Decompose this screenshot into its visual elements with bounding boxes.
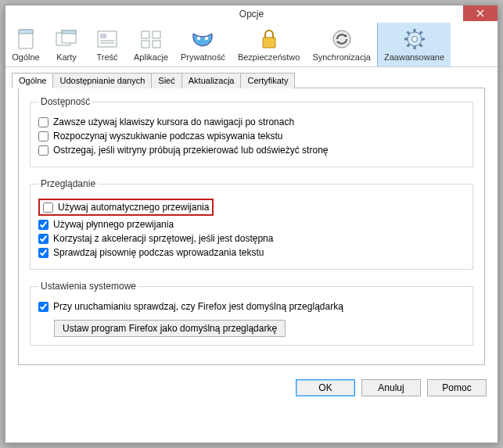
hwaccel-checkbox[interactable] xyxy=(38,234,49,244)
content-icon xyxy=(95,29,119,49)
toolbar-general[interactable]: Ogólne xyxy=(5,23,46,66)
cancel-button[interactable]: Anuluj xyxy=(361,379,421,396)
tab-update[interactable]: Aktualizacja xyxy=(181,73,242,88)
search-typing-label: Rozpoczynaj wyszukiwanie podczas wpisywa… xyxy=(53,131,282,142)
svg-rect-11 xyxy=(142,41,149,48)
cursor-nav-checkbox[interactable] xyxy=(38,117,49,127)
toolbar-privacy[interactable]: Prywatność xyxy=(174,23,232,66)
window-title: Opcje xyxy=(239,9,264,20)
tab-network[interactable]: Sieć xyxy=(151,73,181,88)
toolbar-sync[interactable]: Synchronizacja xyxy=(306,23,377,66)
toolbar-security-label: Bezpieczeństwo xyxy=(236,52,302,63)
svg-line-23 xyxy=(407,32,409,34)
apps-icon xyxy=(139,29,163,49)
checkbox-row: Przy uruchamianiu sprawdzaj, czy Firefox… xyxy=(38,301,465,312)
checkbox-row: Sprawdzaj pisownię podczas wprowadzania … xyxy=(38,247,465,258)
toolbar-apps-label: Aplikacje xyxy=(132,52,170,63)
toolbar-sync-label: Synchronizacja xyxy=(311,52,372,63)
toolbar-content-label: Treść xyxy=(92,52,123,63)
svg-line-26 xyxy=(407,45,409,47)
svg-line-25 xyxy=(419,32,422,34)
default-browser-checkbox[interactable] xyxy=(38,302,49,312)
checkbox-row: Używaj płynnego przewijania xyxy=(38,219,465,230)
mask-icon xyxy=(190,29,215,49)
autoscroll-highlight: Używaj automatycznego przewijania xyxy=(38,199,214,216)
smoothscroll-checkbox[interactable] xyxy=(38,220,49,230)
category-toolbar: Ogólne Karty Treść Aplikacje Prywatność … xyxy=(5,23,498,67)
toolbar-content[interactable]: Treść xyxy=(87,23,128,66)
hwaccel-label: Korzystaj z akceleracji sprzętowej, jeśl… xyxy=(53,233,273,244)
set-default-button[interactable]: Ustaw program Firefox jako domyślną prze… xyxy=(54,320,286,337)
toolbar-general-label: Ogólne xyxy=(10,52,41,63)
svg-rect-9 xyxy=(142,31,149,38)
browsing-group: Przeglądanie Używaj automatycznego przew… xyxy=(30,178,473,270)
ok-button[interactable]: OK xyxy=(296,379,355,396)
toolbar-apps[interactable]: Aplikacje xyxy=(128,23,174,66)
accessibility-legend: Dostępność xyxy=(38,96,92,107)
browsing-legend: Przeglądanie xyxy=(38,178,98,189)
accessibility-group: Dostępność Zawsze używaj klawiszy kursor… xyxy=(30,96,473,167)
lock-icon xyxy=(259,28,279,50)
general-panel: Dostępność Zawsze używaj klawiszy kursor… xyxy=(18,88,485,365)
advanced-tabstrip: Ogólne Udostępnianie danych Sieć Aktuali… xyxy=(12,73,491,88)
options-window: Opcje Ogólne Karty Treść Aplikacje Prywa… xyxy=(5,5,498,443)
help-button[interactable]: Pomoc xyxy=(427,379,487,396)
warn-redirect-checkbox[interactable] xyxy=(38,145,49,156)
checkbox-row: Zawsze używaj klawiszy kursora do nawiga… xyxy=(38,116,465,127)
svg-rect-4 xyxy=(62,30,76,34)
toolbar-security[interactable]: Bezpieczeństwo xyxy=(232,23,307,66)
svg-rect-6 xyxy=(100,34,106,38)
svg-rect-10 xyxy=(153,31,160,38)
window-icon xyxy=(16,27,36,51)
svg-rect-12 xyxy=(153,41,160,48)
checkbox-row: Rozpoczynaj wyszukiwanie podczas wpisywa… xyxy=(38,131,465,142)
checkbox-row: Korzystaj z akceleracji sprzętowej, jeśl… xyxy=(38,233,465,244)
default-browser-label: Przy uruchamianiu sprawdzaj, czy Firefox… xyxy=(53,301,343,312)
warn-redirect-label: Ostrzegaj, jeśli witryny próbują przekie… xyxy=(53,145,328,156)
titlebar: Opcje xyxy=(5,5,498,23)
toolbar-advanced-label: Zaawansowane xyxy=(383,52,446,63)
system-group: Ustawienia systemowe Przy uruchamianiu s… xyxy=(30,281,473,346)
search-typing-checkbox[interactable] xyxy=(38,131,49,142)
toolbar-privacy-label: Prywatność xyxy=(179,52,227,63)
gear-icon xyxy=(403,27,426,51)
svg-point-14 xyxy=(205,37,208,40)
tab-certificates[interactable]: Certyfikaty xyxy=(240,73,295,88)
autoscroll-label: Używaj automatycznego przewijania xyxy=(58,202,209,213)
system-legend: Ustawienia systemowe xyxy=(38,281,138,292)
toolbar-tabs-label: Karty xyxy=(51,52,82,63)
tabs-icon xyxy=(55,29,78,49)
svg-point-18 xyxy=(411,37,417,42)
svg-line-24 xyxy=(419,45,422,47)
checkbox-row: Ostrzegaj, jeśli witryny próbują przekie… xyxy=(38,145,465,156)
cursor-nav-label: Zawsze używaj klawiszy kursora do nawiga… xyxy=(53,116,294,127)
close-button[interactable] xyxy=(463,5,498,21)
svg-rect-15 xyxy=(263,38,275,48)
tab-data-sharing[interactable]: Udostępnianie danych xyxy=(52,73,152,88)
spellcheck-label: Sprawdzaj pisownię podczas wprowadzania … xyxy=(53,247,264,258)
tab-general[interactable]: Ogólne xyxy=(12,73,53,88)
toolbar-tabs[interactable]: Karty xyxy=(46,23,87,66)
smoothscroll-label: Używaj płynnego przewijania xyxy=(53,219,174,230)
advanced-tabs-container: Ogólne Udostępnianie danych Sieć Aktuali… xyxy=(5,67,498,371)
toolbar-advanced[interactable]: Zaawansowane xyxy=(377,23,451,66)
svg-point-13 xyxy=(197,37,200,40)
svg-rect-1 xyxy=(19,30,33,34)
dialog-footer: OK Anuluj Pomoc xyxy=(5,371,498,406)
sync-icon xyxy=(330,28,354,50)
spellcheck-checkbox[interactable] xyxy=(38,248,49,258)
close-icon xyxy=(476,9,484,17)
svg-point-16 xyxy=(333,30,350,48)
checkbox-row: Używaj automatycznego przewijania xyxy=(38,199,465,216)
autoscroll-checkbox[interactable] xyxy=(43,202,53,213)
